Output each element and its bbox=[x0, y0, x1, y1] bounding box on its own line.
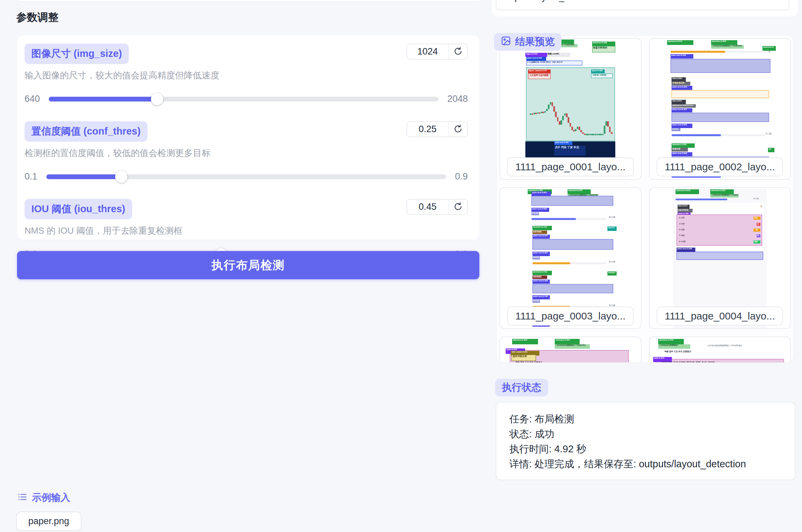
image-icon bbox=[501, 36, 511, 48]
gallery-item[interactable]: abandon:0.903abandon:0.594人生K线(命盘运势预测系统)… bbox=[499, 337, 642, 363]
list-icon bbox=[17, 492, 27, 503]
thumbnail-image: abandon:0.903abandon:0.594人生K线(命盘运势预测系统)… bbox=[506, 338, 635, 363]
gallery-item[interactable]: abandon:0.640人生K线(命盘运势预测系统) 八字命理可视化aband… bbox=[499, 38, 642, 180]
reset-icon bbox=[453, 47, 463, 57]
slider-fill bbox=[46, 174, 121, 179]
param-number-box: 0.45 bbox=[406, 199, 468, 215]
param-label-pill: IOU 阈值 (iou_thres) bbox=[25, 199, 132, 219]
output-path-card: outputs/layout_detection bbox=[492, 0, 798, 16]
status-line: 状态: 成功 bbox=[509, 426, 782, 441]
status-title: 执行状态 bbox=[502, 381, 541, 394]
status-line: 执行时间: 4.92 秒 bbox=[509, 441, 782, 456]
slider-min-label: 0.1 bbox=[25, 171, 37, 182]
output-path-text: outputs/layout_detection bbox=[502, 0, 602, 2]
gallery-item-caption: 1111_page_0003_layo... bbox=[507, 307, 634, 326]
param-value-input[interactable]: 0.25 bbox=[407, 122, 448, 137]
reset-icon bbox=[453, 202, 463, 212]
gallery-item[interactable]: abandon:0.912abandon:0.660人生K线(命盘运势预测系统)… bbox=[649, 38, 791, 180]
gallery-item-caption: 1111_page_0004_layo... bbox=[657, 307, 783, 326]
param-group: 置信度阈值 (conf_thres) 0.25 检测框的置信度阈值，较低的值会检… bbox=[25, 121, 468, 182]
status-lines: 任务: 布局检测状态: 成功执行时间: 4.92 秒详情: 处理完成，结果保存至… bbox=[509, 411, 782, 471]
gallery-item-caption: 1111_page_0002_layo... bbox=[657, 157, 783, 176]
gallery-badge: 结果预览 bbox=[494, 33, 561, 51]
gallery-title: 结果预览 bbox=[515, 35, 555, 49]
gallery-item[interactable]: abandon:0.782abandon:0.507人生K线(命盘运势预测系统)… bbox=[499, 187, 642, 329]
param-group: IOU 阈值 (iou_thres) 0.45 NMS 的 IOU 阈值，用于去… bbox=[25, 199, 468, 260]
page-title: 参数调整 bbox=[16, 10, 59, 25]
gallery-grid: abandon:0.640人生K线(命盘运势预测系统) 八字命理可视化aband… bbox=[497, 35, 793, 363]
param-list: 图像尺寸 (img_size) 1024 输入图像的尺寸，较大的值会提高精度但降… bbox=[25, 44, 468, 260]
status-line: 任务: 布局检测 bbox=[509, 411, 782, 426]
param-description: 输入图像的尺寸，较大的值会提高精度但降低速度 bbox=[25, 69, 468, 81]
param-label-pill: 置信度阈值 (conf_thres) bbox=[25, 121, 148, 142]
param-description: NMS 的 IOU 阈值，用于去除重复检测框 bbox=[25, 225, 468, 237]
examples-header: 示例输入 bbox=[17, 491, 70, 504]
reset-button[interactable] bbox=[448, 200, 467, 214]
param-value-input[interactable]: 0.45 bbox=[407, 200, 448, 214]
gallery-item-caption: 1111_page_0001_layo... bbox=[507, 157, 634, 176]
clipped-card-above bbox=[19, 0, 479, 2]
status-card: 任务: 布局检测状态: 成功执行时间: 4.92 秒详情: 处理完成，结果保存至… bbox=[496, 402, 796, 480]
gallery-item[interactable]: abandon:0.911abandon:0.632人生K线(命盘运势预测系统)… bbox=[649, 187, 791, 329]
slider-track[interactable] bbox=[46, 174, 446, 179]
output-path-textbox[interactable]: outputs/layout_detection bbox=[496, 0, 789, 10]
slider-handle[interactable] bbox=[115, 171, 127, 183]
examples-title: 示例输入 bbox=[32, 491, 70, 504]
reset-icon bbox=[453, 124, 463, 135]
param-value-input[interactable]: 1024 bbox=[407, 44, 448, 59]
slider-fill bbox=[49, 97, 157, 101]
example-chips: paper.png bbox=[16, 512, 81, 531]
slider-handle[interactable] bbox=[151, 93, 163, 105]
results-gallery-panel: abandon:0.640人生K线(命盘运势预测系统) 八字命理可视化aband… bbox=[496, 35, 794, 363]
param-number-box: 1024 bbox=[406, 44, 468, 60]
param-number-box: 0.25 bbox=[406, 121, 468, 137]
param-group: 图像尺寸 (img_size) 1024 输入图像的尺寸，较大的值会提高精度但降… bbox=[25, 44, 468, 104]
thumbnail-image: abandon:0.578人生K线(命盘运势预测系统)人生K线 (命盘运势预测系… bbox=[653, 338, 787, 363]
reset-button[interactable] bbox=[448, 122, 467, 137]
slider-track[interactable] bbox=[49, 97, 438, 101]
parameter-card: 图像尺寸 (img_size) 1024 输入图像的尺寸，较大的值会提高精度但降… bbox=[17, 35, 479, 240]
status-line: 详情: 处理完成，结果保存至: outputs/layout_detection bbox=[509, 456, 782, 471]
example-chip[interactable]: paper.png bbox=[16, 512, 81, 531]
param-description: 检测框的置信度阈值，较低的值会检测更多目标 bbox=[25, 147, 468, 159]
slider-max-label: 0.9 bbox=[455, 171, 468, 182]
reset-button[interactable] bbox=[448, 44, 467, 59]
gallery-item[interactable]: abandon:0.578人生K线(命盘运势预测系统)人生K线 (命盘运势预测系… bbox=[649, 337, 791, 363]
slider-min-label: 640 bbox=[25, 94, 40, 104]
param-label-pill: 图像尺寸 (img_size) bbox=[25, 44, 129, 64]
slider-max-label: 2048 bbox=[447, 94, 468, 104]
run-detection-button[interactable]: 执行布局检测 bbox=[17, 251, 479, 279]
status-badge: 执行状态 bbox=[495, 379, 548, 396]
